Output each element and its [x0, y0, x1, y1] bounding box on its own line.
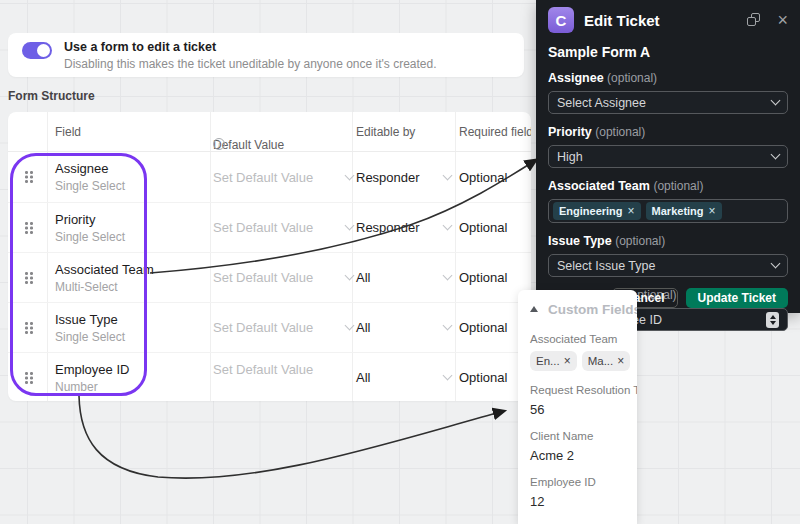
- priority-label: Priority (optional): [548, 125, 788, 139]
- chip-label: Marketing: [652, 205, 704, 217]
- table-row-employee-id: Employee ID Number Set Default Value All…: [8, 352, 531, 401]
- use-form-toggle[interactable]: [22, 42, 52, 59]
- field-cell: Employee ID Number: [55, 362, 129, 394]
- custom-fields-title: Custom Fields: [548, 302, 637, 317]
- drag-handle-icon[interactable]: [25, 372, 35, 386]
- assignee-select[interactable]: Select Assignee: [548, 91, 788, 114]
- default-value-select[interactable]: Set Default Value: [213, 253, 353, 302]
- required-label: Optional: [459, 370, 507, 385]
- remove-chip-icon[interactable]: [709, 205, 716, 217]
- associated-team-label-text: Associated Team: [548, 179, 650, 193]
- toggle-text-block: Use a form to edit a ticket Disabling th…: [64, 40, 437, 71]
- team-chip-engineering: Engineering: [553, 202, 641, 220]
- associated-team-label: Associated Team (optional): [548, 179, 788, 193]
- cf-client-name-value[interactable]: Acme 2: [530, 448, 625, 463]
- issue-type-label-text: Issue Type: [548, 234, 612, 248]
- editable-by-select[interactable]: All: [356, 353, 451, 401]
- assignee-label-text: Assignee: [548, 71, 604, 85]
- editable-by-select[interactable]: All: [356, 303, 451, 352]
- required-field-value[interactable]: Optional: [459, 303, 507, 352]
- drag-handle-icon[interactable]: [25, 272, 35, 286]
- field-cell: Priority Single Select: [55, 212, 125, 244]
- drag-handle-icon[interactable]: [25, 222, 35, 236]
- editable-by-select[interactable]: Responder: [356, 152, 451, 202]
- arrow-to-custom-fields: [79, 396, 504, 478]
- cf-employee-id-value[interactable]: 12: [530, 494, 625, 509]
- editable-by-select[interactable]: Responder: [356, 203, 451, 252]
- default-value-select[interactable]: Set Default Value: [213, 303, 353, 352]
- number-stepper[interactable]: [766, 312, 779, 328]
- priority-select[interactable]: High: [548, 145, 788, 168]
- chevron-down-icon: [345, 271, 355, 281]
- team-chip-marketing: Marketing: [646, 202, 722, 220]
- required-field-value[interactable]: Optional: [459, 253, 507, 302]
- table-row-priority: Priority Single Select Set Default Value…: [8, 202, 531, 252]
- chip-label: En...: [536, 355, 560, 367]
- priority-value: High: [557, 150, 583, 164]
- optional-suffix: (optional): [615, 234, 665, 248]
- close-icon[interactable]: [777, 11, 788, 29]
- chevron-down-icon: [771, 259, 781, 269]
- toggle-knob: [37, 44, 50, 57]
- priority-label-text: Priority: [548, 125, 592, 139]
- cf-associated-team-label: Associated Team: [530, 333, 625, 345]
- edit-ticket-settings-card: Use a form to edit a ticket Disabling th…: [8, 33, 524, 77]
- required-field-value[interactable]: Optional: [459, 203, 507, 252]
- required-field-value[interactable]: Optional: [459, 152, 507, 202]
- remove-chip-icon[interactable]: [617, 355, 624, 367]
- field-cell: Associated Team Multi-Select: [55, 262, 154, 294]
- cf-associated-team-chips: En... Ma...: [530, 351, 625, 371]
- default-value-select[interactable]: Set Default Value: [213, 353, 353, 401]
- editable-by-value: Responder: [356, 170, 420, 185]
- optional-suffix: (optional): [607, 71, 657, 85]
- assignee-label: Assignee (optional): [548, 71, 788, 85]
- cf-client-name-label: Client Name: [530, 430, 625, 442]
- editable-by-value: All: [356, 370, 370, 385]
- modal-header: C Edit Ticket: [548, 0, 788, 40]
- assignee-placeholder: Select Assignee: [557, 96, 646, 110]
- info-icon[interactable]: [213, 138, 225, 150]
- remove-chip-icon[interactable]: [628, 205, 635, 217]
- update-ticket-button[interactable]: Update Ticket: [686, 288, 788, 308]
- cf-resolution-time-value[interactable]: 56: [530, 402, 625, 417]
- default-value-placeholder: Set Default Value: [213, 320, 313, 335]
- cf-resolution-time-label: Request Resolution Time: [530, 384, 625, 396]
- chevron-down-icon: [443, 321, 453, 331]
- chevron-down-icon: [345, 321, 355, 331]
- collapse-icon[interactable]: [530, 306, 538, 312]
- remove-chip-icon[interactable]: [564, 355, 571, 367]
- editable-by-value: All: [356, 270, 370, 285]
- table-row-issue-type: Issue Type Single Select Set Default Val…: [8, 302, 531, 352]
- table-row-assignee: Assignee Single Select Set Default Value…: [8, 152, 531, 202]
- chevron-down-icon: [443, 371, 453, 381]
- required-label: Optional: [459, 270, 507, 285]
- drag-handle-icon[interactable]: [25, 322, 35, 336]
- column-header-required: Required field?: [459, 125, 531, 139]
- field-type: Single Select: [55, 179, 125, 193]
- cf-chip-marketing: Ma...: [582, 351, 631, 371]
- custom-fields-header[interactable]: Custom Fields: [530, 298, 625, 320]
- drag-handle-icon[interactable]: [25, 171, 35, 185]
- issue-type-select[interactable]: Select Issue Type: [548, 254, 788, 277]
- required-label: Optional: [459, 220, 507, 235]
- field-cell: Issue Type Single Select: [55, 312, 125, 344]
- field-name: Associated Team: [55, 262, 154, 277]
- table-header-row: Field Default Value Editable by Required…: [8, 112, 531, 152]
- associated-team-multiselect[interactable]: Engineering Marketing: [548, 199, 788, 223]
- default-value-select[interactable]: Set Default Value: [213, 203, 353, 252]
- required-field-value[interactable]: Optional: [459, 353, 507, 401]
- chevron-down-icon: [345, 221, 355, 231]
- form-name: Sample Form A: [548, 44, 788, 60]
- default-value-select[interactable]: Set Default Value: [213, 152, 353, 202]
- modal-footer-buttons: Cancel Update Ticket: [612, 288, 788, 308]
- editable-by-select[interactable]: All: [356, 253, 451, 302]
- form-structure-title: Form Structure: [8, 89, 95, 103]
- cf-employee-id-label: Employee ID: [530, 476, 625, 488]
- custom-fields-panel: Custom Fields Associated Team En... Ma..…: [518, 290, 637, 524]
- popout-icon[interactable]: [747, 13, 761, 27]
- field-type: Number: [55, 380, 129, 394]
- editable-by-value: All: [356, 320, 370, 335]
- required-label: Optional: [459, 320, 507, 335]
- toggle-description: Disabling this makes the ticket uneditab…: [64, 57, 437, 71]
- modal-title: Edit Ticket: [584, 12, 747, 29]
